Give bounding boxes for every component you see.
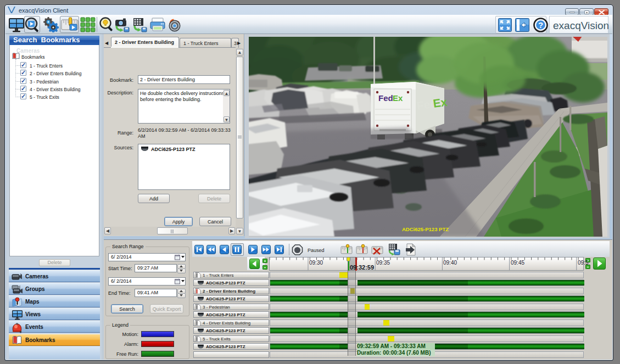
svg-text:Ex: Ex bbox=[393, 93, 403, 103]
svg-text:Fed: Fed bbox=[378, 93, 393, 103]
svg-text:Ex: Ex bbox=[432, 96, 448, 110]
svg-text:?: ? bbox=[538, 20, 543, 30]
